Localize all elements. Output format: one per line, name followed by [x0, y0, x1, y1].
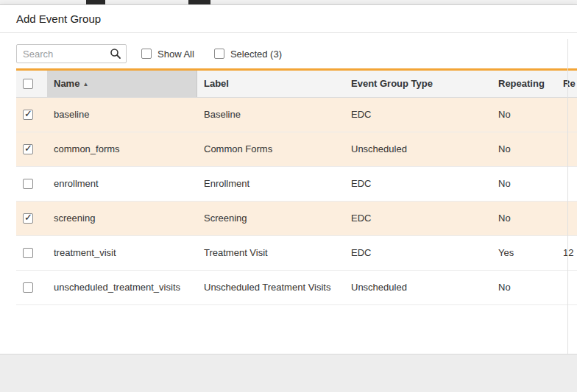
row-repeating: No	[492, 132, 556, 166]
row-name: screening	[47, 202, 197, 235]
column-header-name[interactable]: Name▲	[47, 71, 197, 97]
selected-label: Selected (3)	[230, 49, 282, 60]
table-row[interactable]: enrollment Enrollment EDC No	[16, 167, 577, 202]
show-all-label: Show All	[157, 49, 194, 60]
row-type: EDC	[344, 202, 492, 235]
select-all-checkbox[interactable]	[23, 79, 33, 89]
row-checkbox[interactable]	[23, 248, 33, 258]
row-name: treatment_visit	[47, 236, 197, 270]
table-row[interactable]: baseline Baseline EDC No	[16, 98, 577, 132]
table-row[interactable]: treatment_visit Treatment Visit EDC Yes …	[16, 236, 577, 271]
row-name: baseline	[47, 98, 197, 132]
row-label: Baseline	[197, 98, 344, 132]
search-icon[interactable]	[110, 48, 121, 60]
search-box	[16, 44, 127, 63]
row-label: Enrollment	[197, 167, 344, 201]
row-type: Unscheduled	[344, 271, 492, 304]
selected-filter: Selected (3)	[214, 49, 282, 60]
selected-checkbox[interactable]	[214, 49, 224, 59]
row-repeat-max	[556, 271, 577, 304]
modal-title: Add Event Group	[16, 13, 101, 25]
row-checkbox[interactable]	[23, 179, 33, 189]
row-checkbox[interactable]	[23, 213, 33, 224]
row-label: Unscheduled Treatment Visits	[197, 271, 344, 304]
row-name: common_forms	[47, 132, 197, 166]
row-repeating: Yes	[492, 236, 556, 270]
show-all-filter: Show All	[141, 49, 194, 60]
event-group-table: Name▲ Label Event Group Type Repeating R…	[16, 68, 577, 305]
row-repeat-max	[556, 202, 577, 235]
row-label: Common Forms	[197, 132, 344, 166]
column-header-event-group-type[interactable]: Event Group Type	[344, 71, 492, 97]
column-header-repeat-max[interactable]: Re	[556, 71, 577, 97]
table-row[interactable]: common_forms Common Forms Unscheduled No	[16, 132, 577, 167]
table-header-row: Name▲ Label Event Group Type Repeating R…	[16, 71, 577, 98]
row-name: unscheduled_treatment_visits	[47, 271, 197, 304]
row-repeating: No	[492, 271, 556, 304]
row-repeat-max: 12	[556, 236, 577, 270]
table-row[interactable]: unscheduled_treatment_visits Unscheduled…	[16, 271, 577, 305]
row-type: EDC	[344, 98, 492, 132]
row-repeating: No	[492, 98, 556, 132]
header-checkbox-cell	[16, 71, 47, 97]
row-repeating: No	[492, 202, 556, 235]
row-repeat-max	[556, 132, 577, 166]
row-repeating: No	[492, 167, 556, 201]
row-checkbox[interactable]	[23, 282, 33, 293]
column-header-repeating[interactable]: Repeating	[492, 71, 556, 97]
modal-header: Add Event Group	[0, 5, 577, 33]
column-header-label[interactable]: Label	[197, 71, 344, 97]
row-type: EDC	[344, 167, 492, 201]
row-checkbox[interactable]	[23, 110, 33, 120]
show-all-checkbox[interactable]	[141, 49, 152, 59]
row-checkbox[interactable]	[23, 144, 33, 154]
add-event-group-modal: Add Event Group Show All Selected (3)	[0, 4, 577, 392]
row-repeat-max	[556, 167, 577, 201]
row-type: Unscheduled	[344, 132, 492, 166]
row-label: Screening	[197, 202, 344, 235]
table-row[interactable]: screening Screening EDC No	[16, 202, 577, 236]
toolbar: Show All Selected (3)	[16, 43, 577, 64]
row-repeat-max	[556, 98, 577, 132]
sort-ascending-icon: ▲	[82, 81, 88, 88]
row-label: Treatment Visit	[197, 236, 344, 270]
row-type: EDC	[344, 236, 492, 270]
row-name: enrollment	[47, 167, 197, 201]
modal-footer	[0, 354, 577, 392]
scroll-edge-divider	[567, 39, 568, 354]
